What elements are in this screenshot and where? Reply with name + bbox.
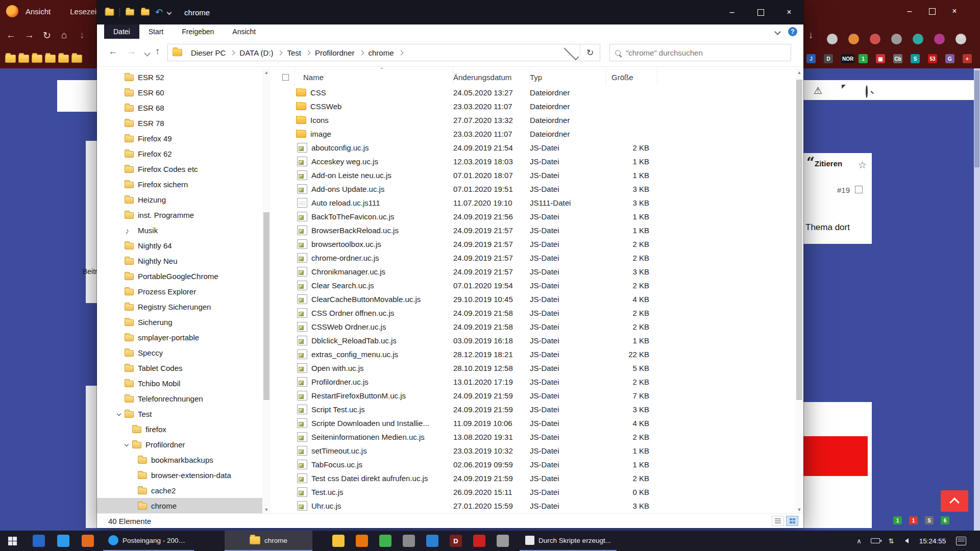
file-row[interactable]: RestartFirefoxButtonM.uc.js 24.09.2019 2… [277, 389, 795, 403]
taskbar-app-icon[interactable] [33, 535, 45, 547]
browser-scrollbar-thumb[interactable] [974, 70, 979, 167]
bookmark-item-icon[interactable]: 1 [859, 54, 868, 63]
bookmark-item-icon[interactable]: J [806, 54, 816, 63]
breadcrumb-item[interactable]: chrome [365, 48, 398, 57]
tree-item[interactable]: bookmarkbackups [97, 452, 262, 467]
extension-icon[interactable] [848, 34, 859, 44]
tree-item[interactable]: Nightly 64 [97, 238, 262, 253]
file-row[interactable]: Auto reload.uc.js111 11.07.2020 19:10 JS… [277, 196, 795, 210]
expander-chevron-icon[interactable] [117, 412, 125, 415]
breadcrumb-item[interactable]: Dieser PC [187, 48, 229, 57]
file-row[interactable]: browsertoolbox.uc.js 24.09.2019 21:57 JS… [277, 237, 795, 251]
ribbon-expand-chevron-icon[interactable] [774, 29, 781, 35]
bookmark-folder-icon[interactable] [45, 55, 56, 63]
file-row[interactable]: Add-on Leiste neu.uc.js 07.01.2020 18:07… [277, 168, 795, 182]
action-center-button[interactable] [952, 531, 970, 551]
battery-indicator[interactable] [868, 531, 883, 551]
scroll-to-top-button[interactable] [941, 490, 968, 512]
tree-item[interactable]: inst. Programme [97, 207, 262, 222]
tree-item[interactable]: Telefonrechnungen [97, 391, 262, 406]
bookmark-item-icon[interactable]: + [963, 54, 972, 63]
maximize-button[interactable] [746, 0, 775, 24]
breadcrumb-item[interactable]: DATA (D:) [236, 48, 277, 57]
tree-item[interactable]: Firefox sichern [97, 177, 262, 192]
browser-home-icon[interactable]: ⌂ [61, 30, 67, 41]
browser-restore-button[interactable] [922, 0, 942, 22]
browser-downloads-icon[interactable]: ↓ [808, 30, 814, 41]
star-icon[interactable]: ☆ [858, 159, 867, 171]
file-row[interactable]: BackToTheFavicon.uc.js 24.09.2019 21:56 … [277, 210, 795, 223]
scroll-down-icon[interactable]: ▼ [262, 506, 271, 514]
tree-item[interactable]: ESR 78 [97, 115, 262, 131]
tree-item[interactable]: Tablet Codes [97, 360, 262, 375]
taskbar-app-icon[interactable] [332, 535, 345, 547]
chevron-right-icon[interactable] [359, 50, 364, 55]
tree-item[interactable]: Tchibo Mobil [97, 375, 262, 391]
tree-item[interactable]: Nightly Neu [97, 253, 262, 268]
tree-item[interactable]: PortableGoogleChrome [97, 268, 262, 284]
bookmark-folder-icon[interactable] [18, 55, 29, 63]
tree-item[interactable]: Profilordner [97, 437, 262, 452]
extension-icon[interactable] [913, 34, 923, 44]
column-header-size[interactable]: Größe [606, 68, 657, 86]
column-header-name[interactable]: Name ˆ [295, 68, 453, 86]
select-all-checkbox[interactable] [282, 74, 289, 81]
tree-item[interactable]: ESR 60 [97, 85, 262, 100]
bookmark-item-icon[interactable]: D [824, 54, 833, 63]
file-row[interactable]: image 23.03.2020 11:07 Dateiordner [277, 127, 795, 141]
tree-item[interactable]: Firefox 49 [97, 131, 262, 146]
taskbar-app-icon[interactable] [473, 535, 485, 547]
file-row[interactable]: TabFocus.uc.js 02.06.2019 09:59 JS-Datei… [277, 458, 795, 471]
tree-item[interactable]: Firefox Codes etc [97, 161, 262, 177]
nav-up-button[interactable]: ↑ [155, 46, 160, 57]
search-input[interactable] [625, 48, 791, 58]
file-row[interactable]: Dblclick_ReloadTab.uc.js 03.09.2019 16:1… [277, 334, 795, 347]
tree-scrollbar[interactable]: ▲ ▼ [262, 68, 271, 514]
file-row[interactable]: BrowserBackReload.uc.js 24.09.2019 21:57… [277, 223, 795, 237]
tree-item[interactable]: Test [97, 406, 262, 421]
explorer-titlebar[interactable]: ↶ chrome – × [97, 0, 803, 24]
menu-ansicht[interactable]: Ansicht [26, 7, 51, 16]
breadcrumb-item[interactable]: Test [283, 48, 305, 57]
taskbar-app-icon[interactable] [82, 535, 94, 547]
bookmark-folder-icon[interactable] [71, 55, 82, 63]
bookmark-folder-icon[interactable] [32, 55, 42, 63]
taskbar-app-icon[interactable] [57, 535, 69, 547]
chevron-right-icon[interactable] [278, 50, 283, 55]
file-row[interactable]: setTimeout.uc.js 23.03.2019 10:32 JS-Dat… [277, 444, 795, 458]
network-indicator[interactable]: ⇅ [884, 531, 898, 551]
file-list-scrollbar[interactable]: ▲ ▼ [795, 68, 803, 514]
tree-item[interactable]: firefox [97, 421, 262, 437]
chevron-right-icon[interactable] [398, 50, 403, 55]
help-button[interactable]: ? [788, 27, 797, 36]
file-row[interactable]: Test.uc.js 26.09.2020 15:11 JS-Datei 0 K… [277, 485, 795, 499]
volume-indicator[interactable] [898, 531, 913, 551]
warning-icon[interactable]: ⚠ [814, 85, 822, 96]
taskbar-app-icon[interactable]: D [450, 535, 462, 547]
extension-icon[interactable] [870, 34, 880, 44]
expander-chevron-icon[interactable] [125, 443, 132, 446]
task-button-script-window[interactable]: Durch Skripte erzeugt... [520, 531, 617, 551]
file-row[interactable]: CSS Ordner öffnen.uc.js 24.09.2019 21:58… [277, 306, 795, 320]
menu-lesezeichen[interactable]: Lesezeic [70, 7, 100, 16]
qat-properties-icon[interactable] [141, 9, 150, 16]
tree-item[interactable]: Firefox 62 [97, 146, 262, 161]
file-row[interactable]: CSS 24.05.2020 13:27 Dateiordner [277, 86, 795, 99]
post-checkbox[interactable] [855, 186, 863, 193]
taskbar-app-icon[interactable] [403, 535, 415, 547]
file-row[interactable]: Icons 27.07.2020 13:32 Dateiordner [277, 113, 795, 127]
toolbar-overflow-icon[interactable]: » [959, 32, 964, 42]
nav-history-chevron-icon[interactable] [144, 50, 151, 57]
tree-item[interactable]: Musik [97, 222, 262, 238]
bookmark-folder-icon[interactable] [58, 55, 69, 63]
chevron-right-icon[interactable] [230, 50, 235, 55]
nav-forward-button[interactable]: → [127, 46, 136, 57]
browser-scrollbar[interactable] [974, 68, 980, 531]
file-row[interactable]: ClearCacheButtonMovable.uc.js 29.10.2019… [277, 292, 795, 306]
bookmark-folder-icon[interactable] [5, 55, 16, 63]
search-icon[interactable] [866, 86, 868, 97]
tree-item[interactable]: ESR 52 [97, 69, 262, 85]
ribbon-tab[interactable]: Start [139, 24, 173, 39]
tree-item[interactable]: smplayer-portable [97, 330, 262, 345]
clock[interactable]: 15:24:55 [916, 531, 949, 551]
